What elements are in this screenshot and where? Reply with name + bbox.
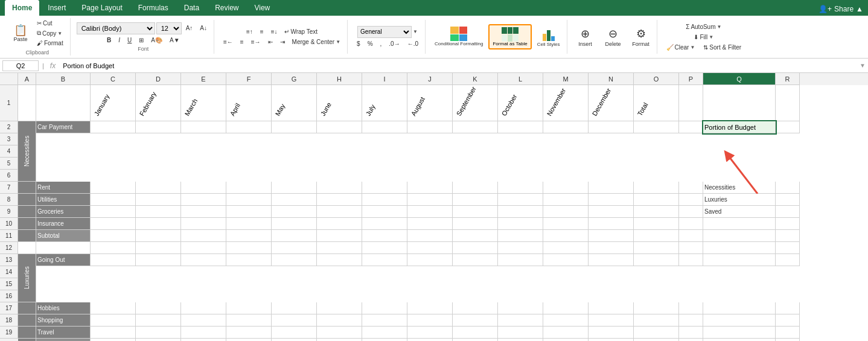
number-format-select[interactable]: General bbox=[357, 26, 412, 38]
cell-l1[interactable]: October bbox=[498, 85, 543, 121]
col-header-f[interactable]: F bbox=[226, 73, 272, 85]
cell-f8[interactable] bbox=[226, 242, 272, 254]
cell-i11[interactable] bbox=[362, 314, 407, 327]
cell-g9[interactable] bbox=[272, 254, 317, 266]
cell-f7[interactable] bbox=[226, 230, 272, 242]
cell-a8[interactable] bbox=[18, 242, 36, 254]
row-num-5[interactable]: 5 bbox=[0, 158, 18, 170]
cell-d1[interactable]: February bbox=[136, 85, 181, 121]
format-as-table-button[interactable]: Format as Table bbox=[488, 24, 531, 50]
cell-l9[interactable] bbox=[498, 254, 543, 266]
cell-i12[interactable] bbox=[362, 327, 407, 339]
cell-b4[interactable]: Utilities bbox=[36, 194, 91, 206]
currency-button[interactable]: $ bbox=[354, 39, 363, 48]
col-header-r[interactable]: R bbox=[776, 73, 800, 85]
row-num-13[interactable]: 13 bbox=[0, 254, 18, 266]
cell-o7[interactable] bbox=[634, 230, 679, 242]
cell-f10[interactable] bbox=[226, 302, 272, 314]
cell-b11[interactable]: Shopping bbox=[36, 314, 91, 327]
cell-h1[interactable]: June bbox=[317, 85, 362, 121]
cell-e2[interactable] bbox=[181, 121, 226, 133]
cell-i4[interactable] bbox=[362, 194, 407, 206]
cell-c4[interactable] bbox=[91, 194, 136, 206]
cell-i2[interactable] bbox=[362, 121, 407, 133]
col-header-j[interactable]: J bbox=[407, 73, 453, 85]
comma-button[interactable]: , bbox=[377, 39, 385, 48]
cell-e8[interactable] bbox=[181, 242, 226, 254]
cell-i8[interactable] bbox=[362, 242, 407, 254]
format-button[interactable]: ⚙ Format bbox=[629, 22, 653, 52]
align-center-button[interactable]: ≡ bbox=[237, 37, 247, 46]
cell-f1[interactable]: April bbox=[226, 85, 272, 121]
row-num-11[interactable]: 11 bbox=[0, 230, 18, 242]
cell-m12[interactable] bbox=[543, 327, 589, 339]
expand-formula-bar-button[interactable]: ▼ bbox=[860, 62, 866, 69]
cell-m10[interactable] bbox=[543, 302, 589, 314]
cell-n6[interactable] bbox=[589, 218, 634, 230]
cell-p13[interactable] bbox=[679, 339, 703, 341]
cell-j3[interactable] bbox=[407, 182, 453, 194]
cell-g5[interactable] bbox=[272, 206, 317, 218]
col-header-a[interactable]: A bbox=[18, 73, 36, 85]
cell-l3[interactable] bbox=[498, 182, 543, 194]
row-num-14[interactable]: 14 bbox=[0, 266, 18, 278]
cell-d3[interactable] bbox=[136, 182, 181, 194]
tab-home[interactable]: Home bbox=[5, 0, 39, 16]
cell-o5[interactable] bbox=[634, 206, 679, 218]
cell-d8[interactable] bbox=[136, 242, 181, 254]
col-header-c[interactable]: C bbox=[91, 73, 136, 85]
cell-l5[interactable] bbox=[498, 206, 543, 218]
decrease-font-button[interactable]: A↓ bbox=[197, 24, 210, 33]
cell-e10[interactable] bbox=[181, 302, 226, 314]
col-header-q[interactable]: Q bbox=[703, 73, 776, 85]
cell-q2[interactable]: Portion of Budget bbox=[703, 121, 776, 133]
cell-e9[interactable] bbox=[181, 254, 226, 266]
cell-e6[interactable] bbox=[181, 218, 226, 230]
cell-m2[interactable] bbox=[543, 121, 589, 133]
font-size-select[interactable]: 12 bbox=[156, 22, 182, 34]
cell-f2[interactable] bbox=[226, 121, 272, 133]
cell-q7[interactable] bbox=[703, 230, 776, 242]
cell-g1[interactable]: May bbox=[272, 85, 317, 121]
cell-k5[interactable] bbox=[453, 206, 498, 218]
font-family-select[interactable]: Calibri (Body) bbox=[77, 22, 155, 34]
cell-d12[interactable] bbox=[136, 327, 181, 339]
cell-d2[interactable] bbox=[136, 121, 181, 133]
cell-b7[interactable]: Subtotal bbox=[36, 230, 91, 242]
cell-p3[interactable] bbox=[679, 182, 703, 194]
percent-button[interactable]: % bbox=[365, 39, 376, 48]
cell-r4[interactable] bbox=[776, 194, 800, 206]
col-header-o[interactable]: O bbox=[634, 73, 679, 85]
insert-button[interactable]: ⊕ Insert bbox=[573, 22, 598, 52]
bold-button[interactable]: B bbox=[104, 36, 114, 45]
cell-d10[interactable] bbox=[136, 302, 181, 314]
cell-m8[interactable] bbox=[543, 242, 589, 254]
cell-l2[interactable] bbox=[498, 121, 543, 133]
cell-p1[interactable] bbox=[679, 85, 703, 121]
cell-n13[interactable] bbox=[589, 339, 634, 341]
cell-g8[interactable] bbox=[272, 242, 317, 254]
cell-e3[interactable] bbox=[181, 182, 226, 194]
cell-j4[interactable] bbox=[407, 194, 453, 206]
cell-q13[interactable] bbox=[703, 339, 776, 341]
cell-g13[interactable] bbox=[272, 339, 317, 341]
row-num-17[interactable]: 17 bbox=[0, 302, 18, 314]
col-header-i[interactable]: I bbox=[362, 73, 407, 85]
cell-n7[interactable] bbox=[589, 230, 634, 242]
autosum-button[interactable]: Σ AutoSum ▼ bbox=[683, 22, 724, 31]
tab-page-layout[interactable]: Page Layout bbox=[74, 0, 129, 16]
cell-g7[interactable] bbox=[272, 230, 317, 242]
cell-f3[interactable] bbox=[226, 182, 272, 194]
row-num-10[interactable]: 10 bbox=[0, 218, 18, 230]
cell-j5[interactable] bbox=[407, 206, 453, 218]
clear-button[interactable]: 🧹 Clear ▼ bbox=[663, 43, 698, 52]
cell-styles-button[interactable]: Cell Styles bbox=[534, 22, 563, 52]
cell-n12[interactable] bbox=[589, 327, 634, 339]
cell-c3[interactable] bbox=[91, 182, 136, 194]
underline-button[interactable]: U bbox=[124, 36, 135, 45]
row-num-1[interactable]: 1 bbox=[0, 85, 18, 121]
align-left-button[interactable]: ≡← bbox=[220, 37, 236, 46]
cell-k4[interactable] bbox=[453, 194, 498, 206]
cell-q10[interactable] bbox=[703, 302, 776, 314]
cell-f6[interactable] bbox=[226, 218, 272, 230]
